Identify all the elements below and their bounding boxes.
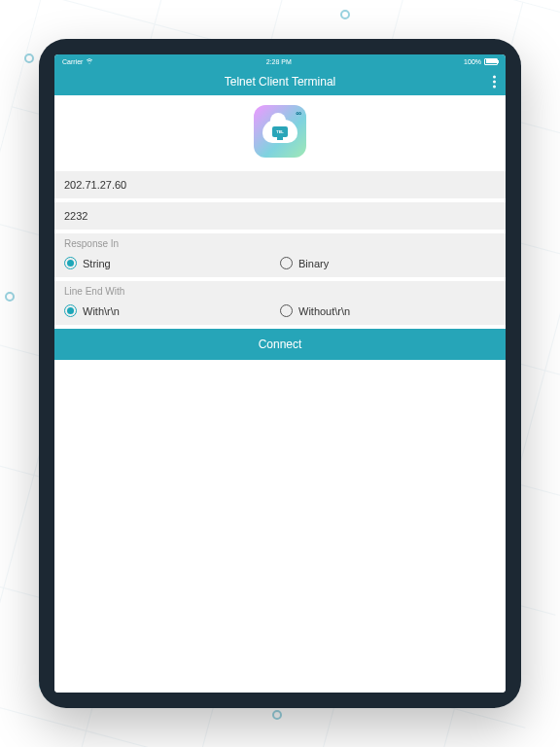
connect-button[interactable]: Connect — [54, 329, 506, 360]
radio-label: With\r\n — [83, 305, 120, 317]
response-in-group: String Binary — [54, 251, 506, 277]
cloud-icon: TEL — [262, 120, 298, 143]
radio-icon — [64, 257, 77, 269]
radio-icon — [280, 257, 293, 269]
radio-with-crlf[interactable]: With\r\n — [64, 304, 280, 317]
wifi-icon — [86, 58, 93, 65]
tablet-frame: Carrier 2:28 PM 100% Telnet Client Termi… — [39, 39, 521, 708]
battery-pct: 100% — [464, 58, 481, 65]
radio-icon — [280, 304, 293, 317]
overflow-menu-icon[interactable] — [493, 76, 496, 89]
app-logo: ∞ TEL — [254, 105, 306, 158]
infinity-icon: ∞ — [296, 109, 301, 118]
host-input[interactable] — [54, 171, 506, 198]
content-area: ∞ TEL Response In String Binary — [54, 95, 506, 693]
battery-icon — [484, 58, 498, 65]
radio-string[interactable]: String — [64, 257, 280, 269]
line-end-group: With\r\n Without\r\n — [54, 299, 506, 325]
logo-container: ∞ TEL — [54, 95, 506, 171]
radio-label: Without\r\n — [298, 305, 350, 317]
clock: 2:28 PM — [266, 58, 292, 65]
page-title: Telnet Client Terminal — [225, 75, 336, 89]
app-header: Telnet Client Terminal — [54, 68, 506, 95]
screen: Carrier 2:28 PM 100% Telnet Client Termi… — [54, 54, 506, 693]
radio-without-crlf[interactable]: Without\r\n — [280, 304, 496, 317]
carrier-label: Carrier — [62, 58, 83, 65]
radio-binary[interactable]: Binary — [280, 257, 496, 269]
monitor-icon: TEL — [272, 126, 288, 137]
port-input[interactable] — [54, 202, 506, 230]
response-in-label: Response In — [54, 233, 506, 251]
line-end-label: Line End With — [54, 281, 506, 299]
status-bar: Carrier 2:28 PM 100% — [54, 54, 506, 68]
radio-label: String — [83, 258, 111, 269]
radio-icon — [64, 304, 77, 317]
svg-point-0 — [89, 62, 90, 63]
radio-label: Binary — [298, 258, 329, 269]
